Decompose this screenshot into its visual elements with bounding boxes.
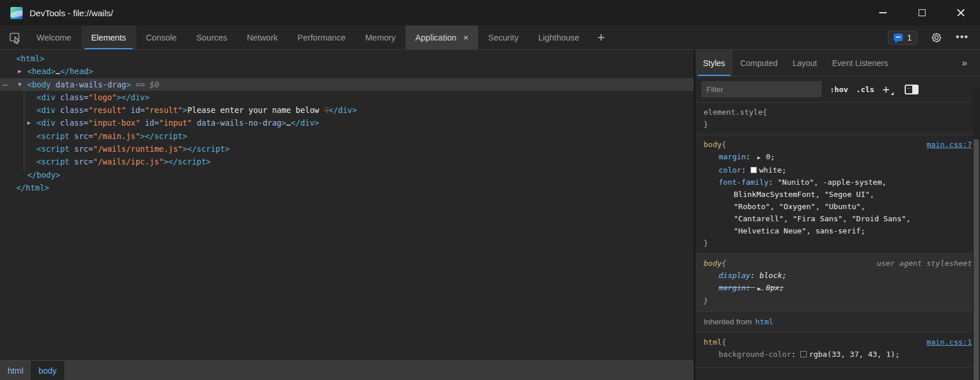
tree-row[interactable]: <div class="logo"></div> — [0, 91, 694, 104]
sidebar-tab-event-listeners[interactable]: Event Listeners — [825, 50, 896, 76]
stylesheet-link[interactable]: main.css:7 — [927, 138, 972, 151]
tab-sources[interactable]: Sources — [187, 25, 237, 49]
minimize-button[interactable] — [864, 0, 902, 25]
css-selector-line[interactable]: body {main.css:7 — [704, 138, 972, 151]
tab-performance[interactable]: Performance — [287, 25, 355, 49]
colon: : — [791, 350, 800, 359]
code-token: </html> — [16, 183, 49, 192]
css-declaration: color: white; — [719, 166, 786, 174]
sidebar-tabs-list: StylesComputedLayoutEvent Listeners — [695, 50, 895, 76]
css-property[interactable]: background-color: rgba(33, 37, 43, 1); — [704, 348, 972, 360]
colon: : — [764, 362, 773, 363]
inherited-element-link[interactable]: html — [755, 317, 773, 326]
tab-network[interactable]: Network — [237, 25, 287, 49]
css-property[interactable]: font-family: "Nunito", -apple-system, — [704, 176, 972, 188]
styles-filter-input[interactable] — [701, 81, 822, 97]
inspect-cursor-icon — [8, 31, 22, 45]
devtools-tabbar: WelcomeElementsConsoleSourcesNetworkPerf… — [0, 25, 980, 50]
inspect-element-button[interactable] — [3, 25, 27, 49]
expand-arrow-icon[interactable]: ▶ — [18, 65, 21, 78]
css-property[interactable]: margin: ▶ 0; — [704, 151, 972, 164]
more-options-icon[interactable]: ••• — [956, 31, 968, 43]
semicolon: ; — [770, 152, 775, 161]
tab-elements[interactable]: Elements — [81, 25, 136, 49]
close-button[interactable] — [941, 0, 980, 25]
close-tab-icon[interactable]: × — [464, 32, 469, 42]
toggle-hover-state-button[interactable]: :hov — [830, 85, 848, 94]
window-titlebar: DevTools - file://wails/ — [0, 0, 980, 25]
expand-longhand-icon[interactable]: ▶ — [755, 286, 766, 291]
tree-row[interactable]: ▶<div class="input-box" id="input" data-… — [0, 116, 694, 129]
stylesheet-link[interactable]: main.css:1 — [927, 336, 972, 348]
tree-row[interactable]: </body> — [0, 169, 694, 181]
tabbar-right-cluster: 1 ••• — [888, 25, 968, 49]
open-brace: { — [722, 336, 726, 348]
css-property[interactable]: color: white; — [704, 164, 972, 176]
tree-row[interactable]: <script src="/main.js"></script> — [0, 130, 694, 142]
row-menu-dots-icon[interactable]: ⋯ — [3, 78, 8, 91]
devtools-app-icon — [10, 7, 23, 19]
close-brace: } — [704, 295, 972, 307]
color-swatch[interactable] — [751, 167, 757, 173]
tree-row[interactable]: ▶<head>…</head> — [0, 65, 694, 78]
issues-button[interactable]: 1 — [888, 31, 917, 45]
more-tabs-chevron-icon[interactable]: » — [962, 50, 967, 76]
inherited-from-label: Inherited from — [704, 317, 752, 326]
css-selector-line[interactable]: element.style { — [704, 106, 972, 118]
devtools-window: DevTools - file://wails/ WelcomeElements… — [0, 0, 980, 380]
add-panel-button[interactable]: + — [589, 25, 613, 49]
scrollbar-thumb[interactable] — [974, 139, 979, 380]
css-selector-line[interactable]: html {main.css:1 — [704, 336, 972, 348]
open-brace: { — [722, 257, 726, 269]
property-value-wrap: "Roboto", "Oxygen", "Ubuntu", — [704, 200, 972, 213]
code-token: == $0 — [131, 80, 159, 89]
expand-arrow-icon[interactable]: ▼ — [18, 78, 21, 91]
code-token: <div — [37, 105, 56, 115]
colon: : — [768, 178, 778, 187]
toggle-classes-button[interactable]: .cls — [856, 85, 874, 94]
css-property[interactable]: display: block; — [704, 269, 972, 282]
sidebar-tab-computed[interactable]: Computed — [733, 50, 785, 76]
tab-memory[interactable]: Memory — [355, 25, 405, 49]
tree-row[interactable]: </html> — [0, 181, 694, 194]
code-token: <head> — [27, 67, 56, 76]
styles-scrollbar[interactable] — [972, 88, 980, 380]
tree-row[interactable]: <html> — [0, 52, 694, 65]
code-token: id= — [126, 105, 145, 115]
maximize-icon — [919, 9, 926, 16]
code-token: <script — [37, 157, 70, 166]
code-token: </head> — [60, 67, 93, 76]
sidebar-tab-layout[interactable]: Layout — [785, 50, 825, 76]
color-swatch[interactable] — [800, 351, 807, 357]
tab-label: Sources — [196, 33, 227, 42]
tab-welcome[interactable]: Welcome — [27, 25, 81, 49]
tab-label: Application — [416, 33, 457, 42]
sidebar-tabs: StylesComputedLayoutEvent Listeners » — [695, 50, 980, 76]
css-property[interactable]: text-align: ; — [704, 360, 972, 363]
tab-lighthouse[interactable]: Lighthouse — [529, 25, 589, 49]
open-brace: { — [763, 106, 767, 118]
tree-row[interactable]: <script src="/wails/ipc.js"></script> — [0, 155, 694, 168]
sidebar-tab-styles[interactable]: Styles — [695, 50, 733, 76]
settings-gear-icon[interactable] — [930, 31, 943, 44]
code-token: ></script> — [183, 144, 229, 154]
breadcrumb-body[interactable]: body — [31, 361, 64, 380]
expand-longhand-icon[interactable]: ▶ — [755, 155, 766, 160]
tree-row[interactable]: ⋯▼<body data-wails-drag> == $0 — [0, 78, 694, 91]
code-token: "/main.js" — [93, 131, 140, 141]
property-value-wrap: BlinkMacSystemFont, "Segoe UI", — [704, 188, 972, 200]
tree-row[interactable]: <script src="/wails/runtime.js"></script… — [0, 142, 694, 155]
property-name: text-align — [719, 362, 764, 363]
maximize-button[interactable] — [902, 0, 941, 25]
toggle-computed-sidebar-icon[interactable] — [905, 85, 919, 94]
css-selector-line[interactable]: body {user agent stylesheet — [704, 257, 972, 269]
tab-console[interactable]: Console — [136, 25, 187, 49]
property-name: color — [719, 166, 741, 174]
expand-arrow-icon[interactable]: ▶ — [27, 116, 31, 129]
tree-row[interactable]: <div class="result" id="result">Please e… — [0, 104, 694, 116]
breadcrumb-html[interactable]: html — [0, 361, 31, 380]
css-property[interactable]: margin: ▶ 8px; — [704, 282, 972, 295]
tab-application[interactable]: Application× — [406, 25, 479, 49]
tab-security[interactable]: Security — [478, 25, 528, 49]
new-style-rule-button[interactable]: + — [883, 82, 893, 96]
